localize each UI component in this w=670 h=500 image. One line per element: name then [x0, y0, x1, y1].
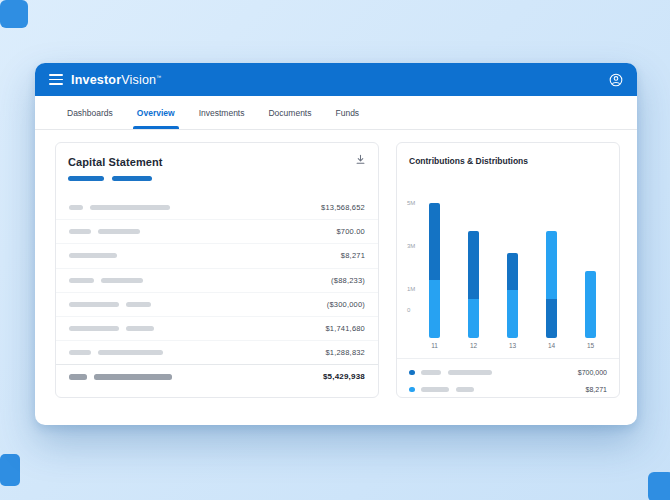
- statement-amount: $13,568,652: [321, 203, 365, 212]
- statement-amount: $5,429,938: [323, 372, 365, 381]
- statement-row: $8,271: [56, 243, 378, 267]
- legend-row: $700,000: [397, 364, 619, 381]
- brand-bold: Investor: [71, 73, 121, 87]
- bar-segment-dark: [546, 299, 557, 338]
- statement-tab-chip[interactable]: [112, 176, 152, 181]
- chart-bar-12[interactable]: [468, 231, 479, 338]
- contributions-panel: Contributions & Distributions 5M3M1M0111…: [396, 142, 620, 398]
- capital-statement-title: Capital Statement: [68, 156, 163, 168]
- statement-amount: $700.00: [336, 227, 365, 236]
- download-icon[interactable]: [355, 154, 366, 165]
- skeleton-text-bar: [69, 302, 119, 307]
- nav-tabs: DashboardsOverviewInvestmentsDocumentsFu…: [35, 96, 637, 130]
- statement-amount: ($88,233): [331, 276, 365, 285]
- skeleton-text-bar: [69, 229, 91, 234]
- skeleton-text-bar: [69, 374, 87, 380]
- decor-square-top-left: [0, 0, 28, 28]
- legend-divider: [397, 358, 619, 359]
- statement-amount: ($300,000): [327, 300, 365, 309]
- tab-dashboards[interactable]: Dashboards: [55, 96, 125, 129]
- statement-filter-chips: [56, 168, 378, 181]
- bar-segment-light: [507, 290, 518, 338]
- chart-title: Contributions & Distributions: [397, 143, 619, 166]
- chart-bar-15[interactable]: [585, 271, 596, 337]
- capital-statement-panel: Capital Statement $13,568,652$700.00$8,2…: [55, 142, 379, 398]
- statement-row: ($88,233): [56, 268, 378, 292]
- y-axis-tick: 1M: [407, 286, 415, 292]
- page-background: InvestorVision™ DashboardsOverviewInvest…: [0, 0, 670, 500]
- tab-documents[interactable]: Documents: [256, 96, 323, 129]
- decor-square-bottom-right: [648, 472, 670, 500]
- skeleton-text-bar: [69, 253, 117, 258]
- app-window: InvestorVision™ DashboardsOverviewInvest…: [35, 63, 637, 425]
- legend-row: $8,271: [397, 381, 619, 398]
- chart-bar-14[interactable]: [546, 231, 557, 338]
- tab-investments[interactable]: Investments: [187, 96, 257, 129]
- bar-segment-dark: [429, 203, 440, 280]
- bar-segment-dark: [468, 231, 479, 299]
- bar-segment-dark: [507, 253, 518, 289]
- menu-icon[interactable]: [49, 74, 63, 85]
- brand-trademark: ™: [156, 73, 161, 79]
- statement-row: $1,741,680: [56, 316, 378, 340]
- bar-segment-light: [429, 280, 440, 338]
- chart-bar-11[interactable]: [429, 203, 440, 338]
- app-logo: InvestorVision™: [71, 73, 161, 87]
- decor-square-bottom-left: [0, 454, 20, 486]
- legend-value: $8,271: [586, 386, 607, 393]
- tab-funds[interactable]: Funds: [323, 96, 371, 129]
- skeleton-text-bar: [69, 326, 119, 331]
- x-axis-label: 15: [585, 342, 596, 349]
- statement-tab-chip[interactable]: [68, 176, 104, 181]
- skeleton-text-bar: [69, 205, 83, 210]
- account-icon[interactable]: [609, 73, 623, 87]
- chart-bar-13[interactable]: [507, 253, 518, 338]
- skeleton-text-bar: [421, 387, 449, 392]
- y-axis-tick: 0: [407, 307, 410, 313]
- skeleton-text-bar: [98, 350, 163, 355]
- statement-total-row: $5,429,938: [56, 364, 378, 388]
- skeleton-text-bar: [69, 278, 94, 283]
- skeleton-text-bar: [126, 326, 154, 331]
- skeleton-text-bar: [456, 387, 474, 392]
- statement-row: $700.00: [56, 219, 378, 243]
- skeleton-text-bar: [98, 229, 140, 234]
- skeleton-text-bar: [94, 374, 172, 380]
- x-axis-label: 13: [507, 342, 518, 349]
- dashboard-content: Capital Statement $13,568,652$700.00$8,2…: [35, 130, 637, 425]
- app-header: InvestorVision™: [35, 63, 637, 96]
- skeleton-text-bar: [69, 350, 91, 355]
- statement-row: $13,568,652: [56, 195, 378, 219]
- skeleton-text-bar: [448, 370, 492, 375]
- skeleton-text-bar: [90, 205, 170, 210]
- x-axis-label: 11: [429, 342, 440, 349]
- skeleton-text-bar: [126, 302, 151, 307]
- bar-segment-light: [585, 271, 596, 337]
- statement-rows: $13,568,652$700.00$8,271($88,233)($300,0…: [56, 195, 378, 389]
- statement-row: $1,288,832: [56, 340, 378, 364]
- brand-light: Vision: [121, 73, 156, 87]
- legend-dot-light: [409, 387, 415, 393]
- skeleton-text-bar: [421, 370, 441, 375]
- x-axis-label: 14: [546, 342, 557, 349]
- y-axis-tick: 5M: [407, 200, 415, 206]
- statement-amount: $1,741,680: [325, 324, 365, 333]
- statement-amount: $8,271: [341, 251, 365, 260]
- statement-amount: $1,288,832: [325, 348, 365, 357]
- tab-overview[interactable]: Overview: [125, 96, 187, 129]
- chart-legend: $700,000$8,271: [397, 364, 619, 398]
- bar-segment-light: [468, 299, 479, 338]
- statement-row: ($300,000): [56, 292, 378, 316]
- contributions-chart: 5M3M1M01112131415: [407, 193, 609, 339]
- skeleton-text-bar: [101, 278, 143, 283]
- legend-dot-dark: [409, 370, 415, 376]
- x-axis-label: 12: [468, 342, 479, 349]
- bar-segment-light: [546, 231, 557, 299]
- y-axis-tick: 3M: [407, 243, 415, 249]
- legend-value: $700,000: [578, 369, 607, 376]
